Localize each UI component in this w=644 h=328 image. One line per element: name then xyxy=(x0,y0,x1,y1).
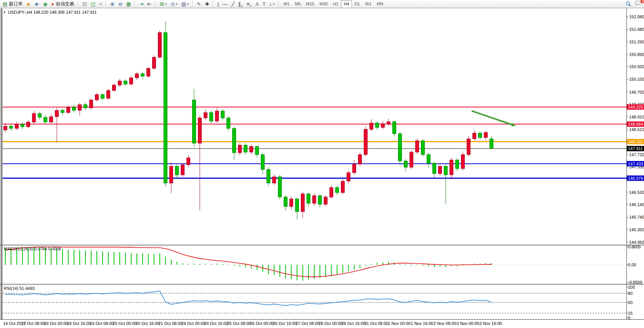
equidistant-channel-button[interactable]: ∥E xyxy=(236,0,245,8)
price-axis[interactable]: 152.080151.680151.290150.890150.500150.1… xyxy=(627,14,644,245)
text-button[interactable]: A xyxy=(254,0,261,8)
candle-body xyxy=(398,134,402,161)
macd-axis-label: 0.8605 xyxy=(628,245,641,249)
candle-body xyxy=(44,117,47,122)
candle-body xyxy=(284,197,287,206)
time-tick-label: 18 Oct 00:00 xyxy=(44,321,68,326)
time-axis[interactable]: 14 Oct 202217 Oct 08:0018 Oct 00:0018 Oc… xyxy=(3,321,502,326)
candle-body xyxy=(181,165,185,175)
timeframe-m1[interactable]: M1 xyxy=(281,0,292,8)
search-button[interactable] xyxy=(624,0,633,8)
candle-body xyxy=(84,105,87,108)
zoom-out-icon: ⊖ xyxy=(118,2,122,6)
text-label-icon: T xyxy=(263,2,266,6)
line-chart-button[interactable]: ≈ xyxy=(97,0,104,8)
timeframe-d1[interactable]: D1 xyxy=(352,0,363,8)
community-button[interactable]: ☻ xyxy=(32,0,41,8)
candle-body xyxy=(215,111,219,121)
candles xyxy=(4,21,493,219)
time-tick-label: 24 Oct 16:00 xyxy=(204,321,228,326)
horizontal-line-button[interactable]: — xyxy=(221,0,230,8)
chart-shift-button[interactable]: ⇤ xyxy=(145,0,153,8)
time-tick-label: 28 Oct 00:00 xyxy=(319,321,343,326)
timeframe-h1[interactable]: H1 xyxy=(330,0,341,8)
toolbar-separator xyxy=(192,1,194,7)
candlestick-chart-button[interactable]: ◫ xyxy=(89,0,97,8)
autotrading-button[interactable]: ●自动交易 xyxy=(49,0,76,8)
timeframe-h4[interactable]: H4 xyxy=(341,0,352,8)
crosshair-icon: ✚ xyxy=(205,2,209,6)
price-tick-label: 147.720 xyxy=(629,152,644,157)
price-tick-label: 144.950 xyxy=(629,240,644,245)
candle-body xyxy=(112,85,116,90)
candle-body xyxy=(421,141,425,155)
timeframe-w1[interactable]: W1 xyxy=(363,0,374,8)
candle-body xyxy=(135,74,139,78)
time-tick-label: 20 Oct 00:00 xyxy=(113,321,137,326)
symbol-dropdown-icon[interactable]: ▼ xyxy=(3,11,6,14)
price-badge-label: 147.911 xyxy=(628,146,643,151)
indicators-button[interactable]: ⊞▾ xyxy=(158,0,169,8)
price-tick-label: 146.530 xyxy=(629,190,644,195)
candle-body xyxy=(250,146,253,152)
candle-body xyxy=(124,81,127,84)
candle-body xyxy=(147,68,150,76)
time-tick-label: 3 Nov 00:00 xyxy=(456,321,479,326)
candle-body xyxy=(484,133,488,138)
candle-body xyxy=(233,128,236,153)
trading-terminal-window: { "toolbar": { "items": [ {"type":"btn",… xyxy=(0,0,644,328)
periods-button[interactable]: ◷▾ xyxy=(169,0,179,8)
zoom-out-button[interactable]: ⊖ xyxy=(116,0,124,8)
bar-chart-button[interactable]: ☷ xyxy=(80,0,89,8)
candle-body xyxy=(473,133,476,139)
candle-body xyxy=(490,139,493,149)
candle-body xyxy=(118,81,122,85)
time-tick-label: 1 Nov 16:00 xyxy=(411,321,433,326)
crosshair-button[interactable]: ✚ xyxy=(203,0,211,8)
timeframe-m5[interactable]: M5 xyxy=(292,0,303,8)
candle-body xyxy=(479,133,482,138)
price-tick-label: 151.290 xyxy=(629,40,644,44)
time-tick-label: 24 Oct 00:00 xyxy=(181,321,206,326)
candle-body xyxy=(187,158,190,165)
candle-body xyxy=(10,126,13,128)
new-order-button[interactable]: ▤新订单 xyxy=(1,0,24,8)
candle-body xyxy=(404,161,408,167)
rsi-axis-label: 50 xyxy=(628,300,633,305)
cursor-icon: ↖ xyxy=(197,2,201,6)
cursor-button[interactable]: ↖ xyxy=(195,0,203,8)
chart-canvas[interactable]: 152.080151.680151.290150.890150.500150.1… xyxy=(0,0,644,328)
text-label-button[interactable]: T xyxy=(261,0,268,8)
dropdown-caret-icon: ▾ xyxy=(273,2,275,6)
candle-body xyxy=(210,112,213,121)
rsi-line xyxy=(5,291,491,306)
candle-body xyxy=(90,100,93,108)
fibonacci-button[interactable]: ≡F xyxy=(245,0,254,8)
signals-button[interactable]: ◉ xyxy=(41,0,49,8)
candle-body xyxy=(324,197,328,204)
vertical-line-button[interactable]: | xyxy=(216,0,221,8)
yellow-tag-button[interactable]: ◆ xyxy=(24,0,32,8)
candle-body xyxy=(170,166,173,183)
dropdown-caret-icon: ▾ xyxy=(187,2,189,6)
arrows-tool-button[interactable]: ↕▾ xyxy=(268,0,277,8)
candle-body xyxy=(353,164,356,173)
rsi-axis-label: 0 xyxy=(628,315,630,320)
candlestick-chart-icon: ◫ xyxy=(91,2,95,6)
candle-body xyxy=(204,112,207,118)
candle-body xyxy=(450,160,453,175)
toolbar-separator xyxy=(134,1,136,7)
timeframe-mn[interactable]: MN xyxy=(374,0,386,8)
timeframe-m30[interactable]: M30 xyxy=(317,0,330,8)
templates-button[interactable]: ▨▾ xyxy=(179,0,190,8)
autotrading-icon: ● xyxy=(51,2,54,6)
auto-scroll-button[interactable]: ⇥ xyxy=(137,0,145,8)
timeframe-m15[interactable]: M15 xyxy=(304,0,317,8)
tool-sub-letter: F xyxy=(250,5,252,8)
chat-button[interactable]: 1 xyxy=(633,0,643,8)
price-tick-label: 150.100 xyxy=(629,77,644,82)
zoom-in-button[interactable]: ⊕ xyxy=(108,0,116,8)
candle-body xyxy=(376,123,379,128)
tile-windows-button[interactable]: ▦ xyxy=(124,0,133,8)
trendline-button[interactable]: ╱ xyxy=(230,0,236,8)
